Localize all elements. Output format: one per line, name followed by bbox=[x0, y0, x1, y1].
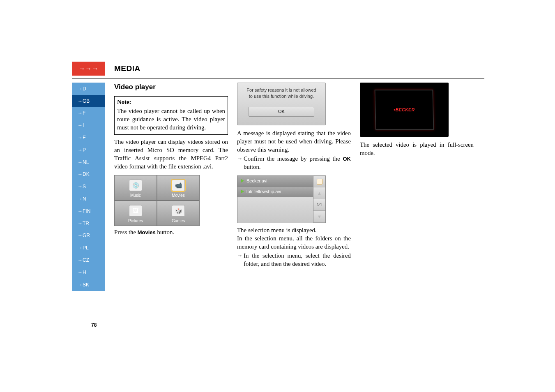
scroll-down-button[interactable]: ▼ bbox=[313, 211, 325, 223]
lang-fin[interactable]: → FIN bbox=[72, 205, 105, 217]
music-icon: 💿 bbox=[129, 180, 142, 191]
header-rule bbox=[72, 78, 484, 78]
ok-button[interactable]: OK bbox=[249, 107, 314, 117]
video-selection-menu: Becker.avi lotr-fellowship.avi ▲ 1⁄1 ▼ bbox=[237, 175, 326, 223]
tile-label: Games bbox=[172, 218, 185, 224]
tile-label: Music bbox=[130, 193, 141, 198]
list-item[interactable]: Becker.avi bbox=[237, 176, 313, 187]
step-select: → In the selection menu, select the desi… bbox=[237, 252, 351, 268]
list-item-label: Becker.avi bbox=[246, 178, 267, 184]
becker-logo: •BECKER bbox=[394, 107, 415, 113]
safety-dialog: For safety reasons it is not allowed to … bbox=[237, 83, 326, 125]
media-tiles: 💿 Music 📹 Movies 🖼 Pictures bbox=[114, 175, 200, 226]
lang-i[interactable]: → I bbox=[72, 119, 105, 131]
tile-music[interactable]: 💿 Music bbox=[114, 175, 157, 201]
section-title: Video player bbox=[114, 83, 228, 92]
tile-movies[interactable]: 📹 Movies bbox=[157, 175, 200, 201]
page-indicator: 1⁄1 bbox=[313, 199, 325, 211]
lang-sk[interactable]: → SK bbox=[72, 279, 105, 291]
lang-dk[interactable]: → DK bbox=[72, 168, 105, 181]
lang-e[interactable]: → E bbox=[72, 131, 105, 144]
list-empty-area bbox=[237, 197, 313, 223]
note-box: Note: The video player cannot be called … bbox=[114, 96, 228, 135]
selection-desc: In the selection menu, all the folders o… bbox=[237, 235, 351, 251]
video-fullscreen-screenshot: •BECKER bbox=[360, 83, 449, 137]
lang-pl[interactable]: → PL bbox=[72, 242, 105, 254]
fullscreen-caption: The selected video is played in full-scr… bbox=[360, 141, 474, 157]
lang-gr[interactable]: → GR bbox=[72, 230, 105, 242]
pictures-icon: 🖼 bbox=[129, 205, 142, 217]
step-confirm: → Confirm the message by pressing the OK… bbox=[237, 155, 351, 171]
lang-d[interactable]: → D bbox=[72, 83, 105, 95]
lang-s[interactable]: → S bbox=[72, 180, 105, 193]
page-number: 78 bbox=[91, 322, 97, 328]
lang-n[interactable]: → N bbox=[72, 193, 105, 205]
lang-h[interactable]: → H bbox=[72, 266, 105, 279]
nav-arrows: →→→ bbox=[72, 62, 105, 76]
note-label: Note: bbox=[117, 98, 225, 106]
games-icon: 🎲 bbox=[172, 205, 185, 217]
language-sidebar: → D → GB → F → I → E → P → NL → DK → S →… bbox=[72, 83, 105, 291]
lang-gb[interactable]: → GB bbox=[72, 95, 105, 107]
page-title: MEDIA bbox=[114, 64, 140, 73]
lang-f[interactable]: → F bbox=[72, 107, 105, 120]
play-icon bbox=[241, 179, 244, 183]
list-item[interactable]: lotr-fellowship.avi bbox=[237, 187, 313, 197]
lang-tr[interactable]: → TR bbox=[72, 217, 105, 230]
lang-nl[interactable]: → NL bbox=[72, 156, 105, 168]
warning-paragraph: A message is displayed stating that the … bbox=[237, 129, 351, 154]
lang-p[interactable]: → P bbox=[72, 144, 105, 156]
tile-pictures[interactable]: 🖼 Pictures bbox=[114, 201, 157, 226]
play-icon bbox=[241, 189, 244, 194]
tile-label: Movies bbox=[172, 193, 185, 198]
lang-cz[interactable]: → CZ bbox=[72, 254, 105, 266]
tile-label: Pictures bbox=[128, 218, 143, 224]
press-instruction: Press the Movies button. bbox=[114, 228, 228, 237]
intro-paragraph: The video player can display videos stor… bbox=[114, 138, 228, 171]
folder-up-button[interactable] bbox=[313, 176, 325, 188]
selection-msg: The selection menu is displayed. bbox=[237, 226, 351, 235]
note-body: The video player cannot be called up whe… bbox=[117, 108, 225, 131]
folder-up-icon bbox=[317, 179, 322, 184]
tile-games[interactable]: 🎲 Games bbox=[157, 201, 200, 226]
movies-icon: 📹 bbox=[172, 180, 185, 191]
safety-message: For safety reasons it is not allowed to … bbox=[246, 87, 316, 99]
list-item-label: lotr-fellowship.avi bbox=[246, 189, 281, 195]
scroll-up-button[interactable]: ▲ bbox=[313, 187, 325, 199]
